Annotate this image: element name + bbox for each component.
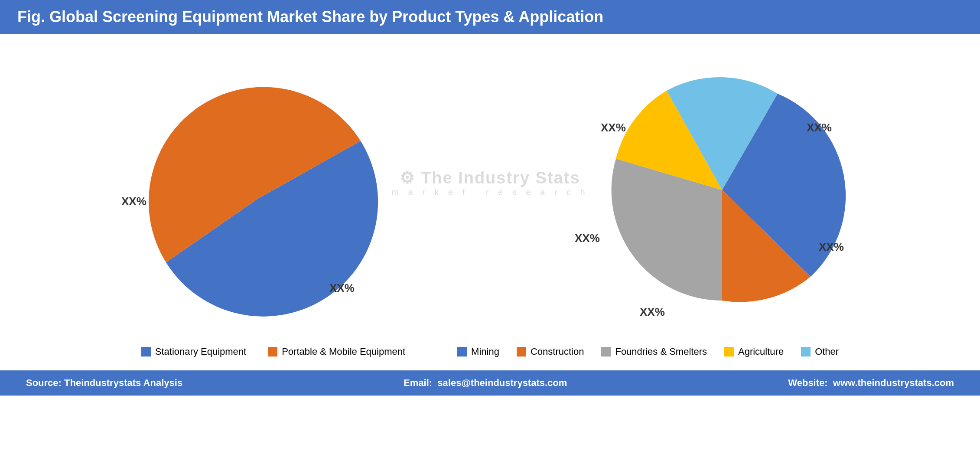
pie-chart-2: XX% XX% XX% XX% XX% xyxy=(560,56,885,337)
legend-item-construction: Construction xyxy=(517,346,584,357)
portable-color xyxy=(268,347,277,357)
legend-item-stationary: Stationary Equipment xyxy=(141,346,246,357)
pie-chart-1-container: XX% XX% xyxy=(95,56,420,337)
footer-email: Email: sales@theindustrystats.com xyxy=(404,377,567,389)
legend-1: Stationary Equipment Portable & Mobile E… xyxy=(141,346,405,357)
svg-text:XX%: XX% xyxy=(819,240,844,253)
svg-text:XX%: XX% xyxy=(640,305,665,318)
mining-color xyxy=(457,347,467,357)
main-content: ⚙ The Industry Stats m a r k e t r e s e… xyxy=(0,34,980,370)
svg-text:XX%: XX% xyxy=(807,121,832,134)
legends-row: Stationary Equipment Portable & Mobile E… xyxy=(26,346,954,357)
footer: Source: Theindustrystats Analysis Email:… xyxy=(0,370,980,396)
foundries-color xyxy=(601,347,611,357)
mining-label: Mining xyxy=(471,346,499,357)
svg-text:XX%: XX% xyxy=(575,232,600,245)
other-label: Other xyxy=(815,346,839,357)
other-color xyxy=(801,347,811,357)
footer-source: Source: Theindustrystats Analysis xyxy=(26,377,182,389)
stationary-color xyxy=(141,347,151,357)
charts-row: ⚙ The Industry Stats m a r k e t r e s e… xyxy=(26,56,954,337)
legend-item-portable: Portable & Mobile Equipment xyxy=(268,346,405,357)
construction-color xyxy=(517,347,526,357)
svg-text:XX%: XX% xyxy=(121,195,147,208)
foundries-label: Foundries & Smelters xyxy=(615,346,707,357)
svg-text:XX%: XX% xyxy=(329,281,355,294)
portable-label: Portable & Mobile Equipment xyxy=(282,346,405,357)
legend-2: Mining Construction Foundries & Smelters… xyxy=(457,346,839,357)
legend-item-mining: Mining xyxy=(457,346,499,357)
stationary-label: Stationary Equipment xyxy=(155,346,246,357)
footer-website: Website: www.theindustrystats.com xyxy=(788,377,954,389)
watermark: ⚙ The Industry Stats m a r k e t r e s e… xyxy=(391,168,588,197)
construction-label: Construction xyxy=(531,346,584,357)
agriculture-label: Agriculture xyxy=(738,346,784,357)
page-title: Fig. Global Screening Equipment Market S… xyxy=(17,8,603,26)
pie-chart-2-container: XX% XX% XX% XX% XX% xyxy=(560,56,885,337)
legend-item-agriculture: Agriculture xyxy=(724,346,784,357)
svg-text:XX%: XX% xyxy=(601,121,626,134)
agriculture-color xyxy=(724,347,734,357)
legend-item-other: Other xyxy=(801,346,839,357)
legend-item-foundries: Foundries & Smelters xyxy=(601,346,707,357)
page-header: Fig. Global Screening Equipment Market S… xyxy=(0,0,980,34)
pie-chart-1: XX% XX% xyxy=(95,56,420,337)
